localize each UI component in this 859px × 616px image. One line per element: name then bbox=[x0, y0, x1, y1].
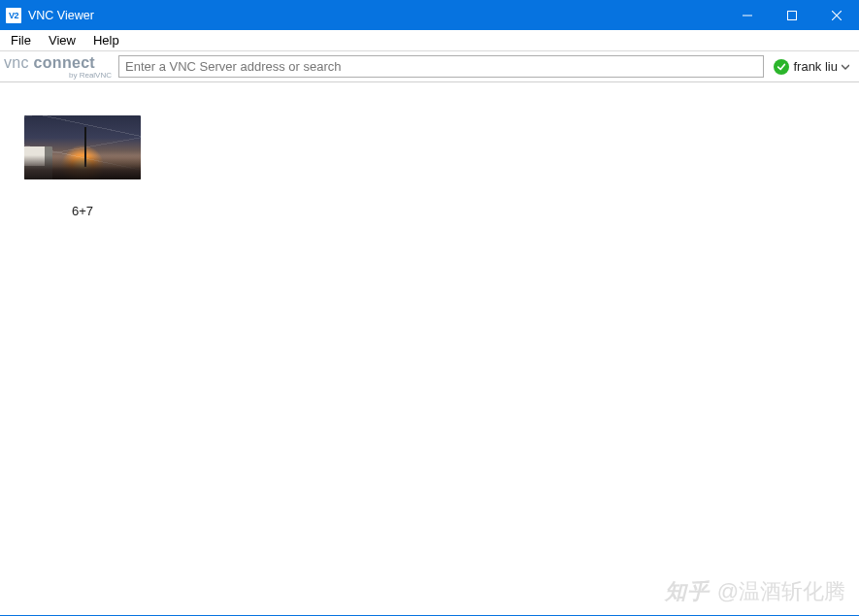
connection-item[interactable]: 6+7 bbox=[24, 115, 141, 218]
zhihu-watermark: 知乎 @温酒斩化腾 bbox=[665, 577, 845, 606]
address-search-input[interactable] bbox=[118, 55, 764, 78]
window-controls bbox=[725, 0, 859, 30]
brand-logo: vnc connect by RealVNC bbox=[4, 54, 113, 80]
window-titlebar: V2 VNC Viewer bbox=[0, 0, 859, 30]
watermark-author: @温酒斩化腾 bbox=[717, 577, 845, 606]
account-menu-button[interactable]: frank liu bbox=[770, 57, 853, 77]
close-icon bbox=[832, 11, 842, 20]
window-title: VNC Viewer bbox=[28, 9, 94, 22]
brand-line1: vnc connect bbox=[4, 55, 95, 71]
minimize-icon bbox=[743, 11, 752, 20]
menu-file[interactable]: File bbox=[2, 31, 40, 49]
connections-area: 6+7 知乎 @温酒斩化腾 bbox=[0, 82, 859, 616]
maximize-icon bbox=[787, 11, 797, 20]
connection-thumbnail bbox=[24, 115, 141, 179]
menu-help[interactable]: Help bbox=[84, 31, 128, 49]
toolbar: vnc connect by RealVNC frank liu bbox=[0, 51, 859, 82]
check-icon bbox=[776, 62, 786, 72]
maximize-button[interactable] bbox=[770, 0, 814, 30]
status-ok-badge bbox=[774, 59, 789, 75]
account-username: frank liu bbox=[793, 59, 838, 74]
minimize-button[interactable] bbox=[725, 0, 770, 30]
svg-rect-0 bbox=[788, 11, 797, 19]
brand-line2: by RealVNC bbox=[69, 72, 112, 80]
zhihu-logo-text: 知乎 bbox=[665, 577, 710, 606]
close-button[interactable] bbox=[814, 0, 859, 30]
app-icon: V2 bbox=[6, 8, 21, 23]
connection-label: 6+7 bbox=[24, 204, 141, 218]
menu-bar: File View Help bbox=[0, 30, 859, 51]
menu-view[interactable]: View bbox=[40, 31, 84, 49]
chevron-down-icon bbox=[842, 59, 849, 74]
